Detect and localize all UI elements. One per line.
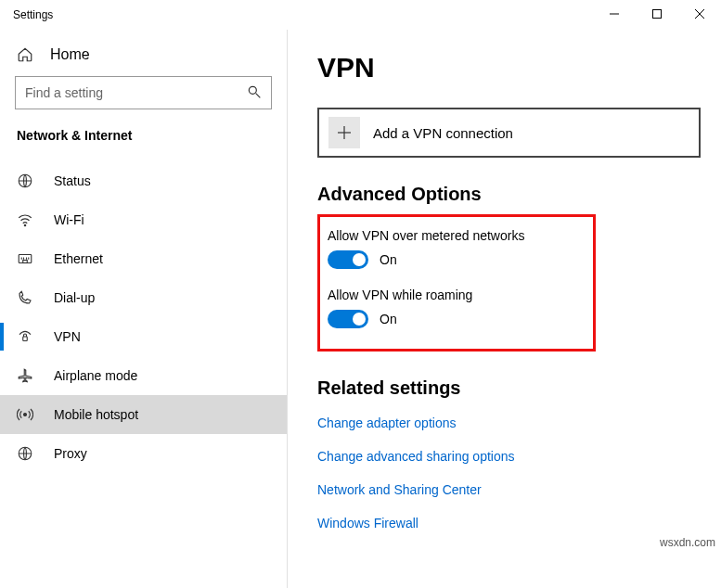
- sidebar-item-status[interactable]: Status: [0, 161, 287, 200]
- add-vpn-button[interactable]: Add a VPN connection: [317, 108, 701, 158]
- svg-point-15: [24, 414, 27, 416]
- sidebar-item-label: VPN: [54, 329, 81, 344]
- home-label: Home: [50, 46, 90, 63]
- window-title: Settings: [0, 8, 53, 21]
- link-sharing-options[interactable]: Change advanced sharing options: [317, 449, 699, 464]
- dialup-icon: [17, 289, 33, 306]
- related-settings-heading: Related settings: [317, 377, 699, 399]
- plus-icon: [328, 117, 360, 148]
- link-network-center[interactable]: Network and Sharing Center: [317, 482, 699, 497]
- sidebar-item-hotspot[interactable]: Mobile hotspot: [0, 395, 287, 434]
- sidebar-item-wifi[interactable]: Wi-Fi: [0, 200, 287, 239]
- svg-rect-9: [23, 261, 28, 263]
- sidebar-item-label: Wi-Fi: [54, 212, 84, 227]
- hotspot-icon: [17, 406, 33, 423]
- sidebar-item-label: Mobile hotspot: [54, 407, 138, 422]
- proxy-icon: [17, 445, 33, 462]
- toggle-roaming[interactable]: [328, 310, 368, 328]
- search-input[interactable]: [15, 76, 272, 109]
- sidebar-item-label: Ethernet: [54, 251, 103, 266]
- link-adapter-options[interactable]: Change adapter options: [317, 415, 699, 430]
- sidebar-item-label: Dial-up: [54, 290, 95, 305]
- airplane-icon: [17, 367, 33, 384]
- option-metered-label: Allow VPN over metered networks: [328, 228, 576, 243]
- maximize-button[interactable]: [636, 0, 678, 28]
- search-icon: [248, 85, 263, 100]
- link-firewall[interactable]: Windows Firewall: [317, 516, 699, 530]
- sidebar-item-ethernet[interactable]: Ethernet: [0, 239, 287, 278]
- ethernet-icon: [17, 250, 33, 267]
- sidebar-item-label: Status: [54, 173, 91, 188]
- svg-line-5: [256, 94, 261, 98]
- highlighted-options-box: Allow VPN over metered networks On Allow…: [317, 214, 596, 352]
- sidebar-item-airplane[interactable]: Airplane mode: [0, 356, 287, 395]
- minimize-button[interactable]: [593, 0, 636, 28]
- svg-point-7: [24, 224, 26, 226]
- home-button[interactable]: Home: [0, 30, 287, 76]
- add-vpn-label: Add a VPN connection: [373, 125, 513, 141]
- svg-rect-1: [653, 10, 662, 19]
- svg-rect-14: [23, 337, 28, 341]
- toggle-roaming-state: On: [380, 312, 397, 326]
- svg-point-4: [249, 86, 256, 94]
- toggle-metered[interactable]: [328, 250, 368, 269]
- option-roaming-label: Allow VPN while roaming: [328, 288, 576, 302]
- sidebar-item-label: Airplane mode: [54, 368, 137, 383]
- sidebar-section-title: Network & Internet: [0, 128, 287, 161]
- wifi-icon: [17, 211, 33, 228]
- titlebar: Settings: [0, 0, 721, 30]
- home-icon: [17, 46, 33, 63]
- toggle-metered-state: On: [380, 252, 397, 267]
- sidebar-item-vpn[interactable]: VPN: [0, 317, 287, 356]
- content-area: VPN Add a VPN connection Advanced Option…: [288, 30, 721, 588]
- globe-icon: [17, 173, 33, 189]
- sidebar-item-dialup[interactable]: Dial-up: [0, 278, 287, 317]
- advanced-options-heading: Advanced Options: [317, 184, 699, 205]
- vpn-icon: [17, 328, 33, 345]
- close-button[interactable]: [678, 0, 721, 28]
- search-box[interactable]: [15, 76, 272, 109]
- page-title: VPN: [317, 52, 699, 83]
- watermark: wsxdn.com: [660, 536, 715, 549]
- sidebar-item-proxy[interactable]: Proxy: [0, 434, 287, 473]
- sidebar: Home Network & Internet Status Wi-Fi Eth…: [0, 30, 288, 588]
- svg-rect-8: [19, 255, 32, 263]
- sidebar-item-label: Proxy: [54, 446, 87, 461]
